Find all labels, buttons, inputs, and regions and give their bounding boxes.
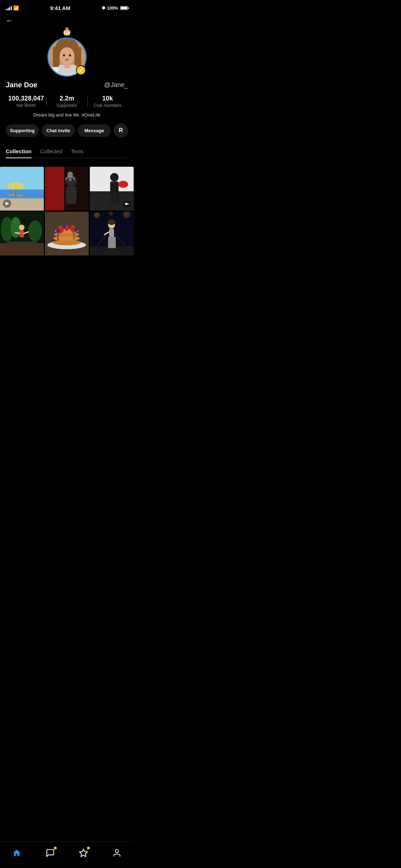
status-time: 9:41 AM xyxy=(50,5,70,11)
chat-invite-button[interactable]: Chat invite xyxy=(42,124,75,137)
svg-rect-69 xyxy=(109,228,114,238)
svg-rect-18 xyxy=(9,194,15,196)
media-cell-boxing[interactable] xyxy=(90,167,134,211)
svg-point-72 xyxy=(108,219,115,225)
battery-percent: 100% xyxy=(107,6,118,11)
supporting-button[interactable]: Supporting xyxy=(6,124,39,137)
svg-point-2 xyxy=(60,47,74,65)
svg-point-32 xyxy=(118,181,128,188)
supporters-label: Supporters xyxy=(46,103,87,108)
status-left: 📶 xyxy=(6,5,19,11)
verified-badge xyxy=(76,65,86,75)
svg-point-11 xyxy=(65,59,69,61)
stat-supporters: 2.2m Supporters xyxy=(46,95,87,108)
media-cell-beach[interactable] xyxy=(0,167,44,211)
svg-point-43 xyxy=(19,224,25,230)
message-button[interactable]: Message xyxy=(78,124,111,137)
media-cell-recording[interactable] xyxy=(45,167,89,211)
stat-net-worth: 100,328,047 Net Worth xyxy=(6,95,46,108)
bluetooth-icon: ✱ xyxy=(102,5,106,11)
tab-collection[interactable]: Collection xyxy=(6,145,32,158)
svg-rect-41 xyxy=(0,243,44,255)
battery-icon xyxy=(120,6,128,10)
beach-thumb xyxy=(0,167,44,211)
back-button[interactable]: ← xyxy=(6,16,14,25)
club-members-label: Club members xyxy=(87,103,128,108)
svg-point-10 xyxy=(69,54,71,57)
svg-rect-71 xyxy=(112,237,116,248)
svg-point-30 xyxy=(110,173,119,182)
svg-rect-56 xyxy=(60,225,61,227)
username: @Jane_ xyxy=(104,81,128,89)
svg-rect-7 xyxy=(64,63,70,68)
media-cell-fashion[interactable] xyxy=(90,212,134,255)
svg-rect-3 xyxy=(53,47,60,67)
birthday-icon: 🎂 xyxy=(62,27,72,36)
svg-line-45 xyxy=(15,233,20,233)
svg-rect-57 xyxy=(72,225,74,227)
wifi-icon: 📶 xyxy=(13,5,19,11)
svg-rect-33 xyxy=(111,195,114,204)
svg-rect-42 xyxy=(7,242,37,244)
net-worth-value: 100,328,047 xyxy=(6,95,46,102)
svg-point-60 xyxy=(62,224,66,228)
signal-icon xyxy=(6,6,12,10)
header-nav: ← xyxy=(0,13,134,27)
svg-rect-23 xyxy=(45,167,64,211)
profile-names-row: Jane Doe @Jane_ xyxy=(6,81,128,89)
svg-rect-15 xyxy=(0,190,44,198)
svg-point-40 xyxy=(28,221,42,242)
fashion-thumb xyxy=(90,212,134,255)
net-worth-label: Net Worth xyxy=(6,103,46,108)
svg-rect-34 xyxy=(116,195,119,204)
profile-section: 🎂 xyxy=(0,27,134,167)
stat-club-members: 10k Club members xyxy=(87,95,128,108)
supporters-value: 2.2m xyxy=(46,95,87,102)
svg-rect-25 xyxy=(66,186,77,204)
boxing-thumb xyxy=(90,167,134,211)
action-buttons: Supporting Chat invite Message R xyxy=(6,123,128,138)
tab-collected[interactable]: Collected xyxy=(40,145,63,158)
club-members-value: 10k xyxy=(87,95,128,102)
svg-point-62 xyxy=(94,212,100,218)
svg-rect-19 xyxy=(17,195,23,197)
media-cell-pancakes[interactable] xyxy=(45,212,89,255)
tab-texts[interactable]: Texts xyxy=(71,145,83,158)
display-name: Jane Doe xyxy=(6,81,37,89)
svg-point-17 xyxy=(7,182,25,190)
avatar-container xyxy=(47,37,87,77)
svg-point-9 xyxy=(63,54,65,57)
more-options-button[interactable]: R xyxy=(114,123,128,138)
media-grid xyxy=(0,167,134,255)
stats-row: 100,328,047 Net Worth 2.2m Supporters 10… xyxy=(6,95,128,108)
status-bar: 📶 9:41 AM ✱ 100% xyxy=(0,0,134,13)
recording-thumb xyxy=(45,167,89,211)
svg-rect-44 xyxy=(20,230,24,237)
pancakes-thumb xyxy=(45,212,89,255)
svg-point-58 xyxy=(56,229,60,233)
trampoline-thumb xyxy=(0,212,44,255)
svg-point-59 xyxy=(74,228,78,232)
tabs-container: Collection Collected Texts xyxy=(6,145,128,158)
media-cell-trampoline[interactable] xyxy=(0,212,44,255)
status-right: ✱ 100% xyxy=(102,5,128,11)
bio-text: Dream big and live life. #OneLife xyxy=(33,112,101,118)
svg-rect-4 xyxy=(74,47,81,66)
svg-rect-31 xyxy=(110,181,119,195)
